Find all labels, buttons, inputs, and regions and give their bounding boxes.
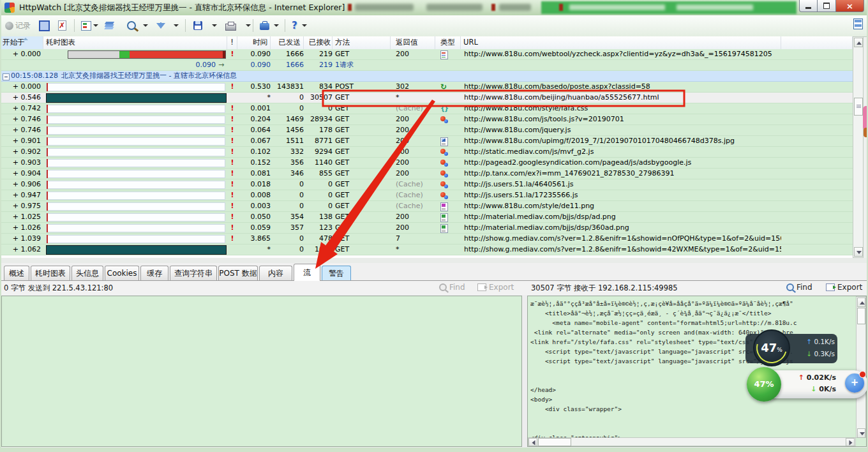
start-time-cell: + 0.000 — [0, 49, 41, 59]
tab-3[interactable]: Cookies — [105, 266, 139, 280]
dark-net-speed-widget[interactable]: 47% ↑ 0.1K/s ↓ 0.3K/s — [745, 333, 837, 365]
sent-stream-panel[interactable] — [1, 296, 522, 447]
search-icon — [439, 283, 447, 291]
url-cell: http://p.tanx.com/ex?i=mm_14769021_82785… — [464, 169, 781, 179]
warning-indicator: ! — [227, 190, 237, 200]
arrow-up-icon — [860, 301, 865, 305]
scrollbar-thumb[interactable] — [854, 98, 863, 116]
column-header-5[interactable]: 已接收 — [306, 36, 333, 49]
request-row[interactable]: + 0.947!0.00800GET(Cache)http://js.users… — [0, 190, 853, 201]
scroll-up-button[interactable] — [854, 38, 863, 47]
request-row[interactable]: + 0.906!0.01800GET(Cache)http://js.users… — [0, 179, 853, 190]
tab-stream[interactable]: 流 — [294, 264, 320, 281]
column-header-0[interactable]: 开始于 — [0, 36, 43, 49]
export-button-disabled[interactable]: Export — [477, 283, 514, 292]
request-row[interactable]: + 0.746!0.204146928934GET200http://www.8… — [0, 114, 853, 125]
request-row[interactable]: + 0.000!0.0901666219GET200http://www.818… — [0, 49, 853, 60]
scrollbar-thumb[interactable] — [538, 438, 571, 446]
memory-ball[interactable]: 47% — [747, 367, 781, 402]
collapse-toggle[interactable] — [3, 73, 10, 80]
status-cell: (Cache) — [396, 103, 435, 114]
help-button[interactable]: ? — [290, 18, 309, 33]
request-row[interactable]: + 0.746!0.0641456178GET200http://www.818… — [0, 125, 853, 136]
stream-hscrollbar[interactable] — [528, 437, 856, 446]
request-row[interactable]: + 1.025!0.050354138GET200http://material… — [0, 212, 853, 223]
green-net-speed-widget[interactable]: 47% ↑ 0.02K/s ↓ 0K/s + — [748, 367, 868, 402]
time-cell: 0.102 — [237, 147, 271, 157]
grid-scrollbar[interactable] — [853, 36, 864, 258]
close-button[interactable]: × — [835, 0, 864, 12]
url-cell: http://www.818u.com/basedo/poste.aspx?cl… — [464, 82, 781, 92]
stream-line: æ¯æè½¦‚åä°°ççå³æå°å±å¤ï¼è®©è½¦‚ç‚æ¡çè¥å»… — [530, 299, 793, 309]
scroll-up-button[interactable] — [857, 298, 865, 307]
timing-segment-connect — [119, 51, 130, 58]
column-header-7[interactable]: 返回值 — [391, 36, 435, 49]
record-button[interactable]: 记录 — [3, 18, 33, 33]
save-button[interactable] — [191, 18, 219, 33]
column-header-4[interactable]: 已发送 — [273, 36, 304, 49]
request-row[interactable]: + 0.000!0.530143831834POST302↻http://www… — [0, 82, 853, 93]
search-button[interactable] — [125, 18, 150, 33]
tab-0[interactable]: 概述 — [4, 266, 29, 280]
scroll-down-button[interactable] — [857, 428, 865, 438]
tab-warnings[interactable]: 警告 — [322, 266, 351, 280]
stop-button[interactable] — [37, 18, 52, 33]
column-header-1[interactable]: 耗时图表 — [43, 36, 227, 49]
column-header-6[interactable]: 方法 — [333, 36, 391, 49]
scrollbar-thumb[interactable] — [857, 308, 865, 324]
find-button[interactable]: Find — [786, 283, 812, 292]
tab-2[interactable]: 头信息 — [71, 266, 103, 280]
request-row[interactable]: + 1.062*01685GET*http://show.g.mediav.co… — [0, 245, 853, 255]
request-row[interactable]: + 0.902!0.1023329294GET200http://static.… — [0, 147, 853, 158]
timing-start-marker — [47, 116, 48, 124]
column-header-3[interactable]: 时间 — [237, 36, 271, 49]
column-header-2[interactable]: ! — [227, 36, 237, 49]
time-cell: 0.064 — [237, 125, 271, 135]
grid-header: 开始于耗时图表!时间已发送已接收方法返回值类型URL — [0, 36, 853, 50]
scroll-down-button[interactable] — [854, 247, 863, 257]
request-row[interactable]: + 0.546*030507GET*http://www.818u.com/be… — [0, 93, 853, 103]
warning-indicator: ! — [227, 201, 237, 211]
search-icon — [127, 21, 136, 30]
sent-cell: 1666 — [273, 60, 304, 70]
maximize-button[interactable] — [818, 0, 835, 12]
summary-row[interactable]: 0.090→0.09016662191请求 — [0, 60, 853, 71]
tab-1[interactable]: 耗时图表 — [31, 266, 70, 280]
minimize-button[interactable] — [799, 0, 818, 12]
scroll-right-button[interactable] — [846, 438, 855, 446]
method-cell: GET — [335, 234, 373, 244]
request-row[interactable]: + 0.903!0.1523561140GET200http://pagead2… — [0, 158, 853, 169]
warning-indicator: ! — [227, 234, 237, 244]
column-header-8[interactable]: 类型 — [435, 36, 461, 49]
request-row[interactable]: + 1.039!3.8650478GET7http://show.g.media… — [0, 234, 853, 245]
export-button[interactable]: Export — [826, 283, 862, 292]
print-button[interactable] — [223, 18, 253, 33]
request-row[interactable]: + 1.026!0.059357123GET200http://material… — [0, 223, 853, 234]
request-row[interactable]: + 0.975!0.00300GET(Cache)http://www.818u… — [0, 201, 853, 212]
tab-4[interactable]: 缓存 — [140, 266, 168, 280]
find-button-disabled[interactable]: Find — [439, 283, 465, 292]
column-header-9[interactable]: URL — [461, 36, 781, 49]
clear-button[interactable]: ✗ — [56, 18, 68, 33]
group-header-row[interactable]: 00:15:08.128北京艾灸排烟器找王经理万里挑一 - 直辖市北京环保信息 — [0, 71, 853, 82]
filter-button[interactable] — [154, 18, 181, 33]
panel-splitter[interactable] — [0, 258, 868, 263]
url-cell: http://www.818u.com/beijing/huanbao/a555… — [464, 93, 781, 103]
group-button[interactable] — [103, 18, 117, 33]
request-row[interactable]: + 0.904!0.081346855GET200http://p.tanx.c… — [0, 169, 853, 179]
tab-5[interactable]: 查询字符串 — [170, 266, 217, 280]
summary-view-button[interactable] — [79, 18, 100, 33]
scroll-left-button[interactable] — [528, 438, 537, 446]
request-row[interactable]: + 0.742!0.00100GET(Cache){}http://www.81… — [0, 103, 853, 114]
status-cell: 302 — [396, 82, 435, 92]
tab-6[interactable]: POST 数据 — [218, 266, 258, 280]
tab-7[interactable]: 内容 — [259, 266, 292, 280]
stream-line: <body> — [530, 395, 552, 405]
timing-start-marker — [47, 224, 48, 232]
column-header[interactable] — [781, 36, 853, 49]
request-row[interactable]: + 0.901!0.06715118771GET200http://www.81… — [0, 136, 853, 147]
tools-button[interactable] — [258, 18, 281, 33]
script-icon — [440, 148, 449, 156]
maximize-icon — [823, 3, 830, 9]
panel-layout-icon[interactable] — [853, 19, 863, 29]
